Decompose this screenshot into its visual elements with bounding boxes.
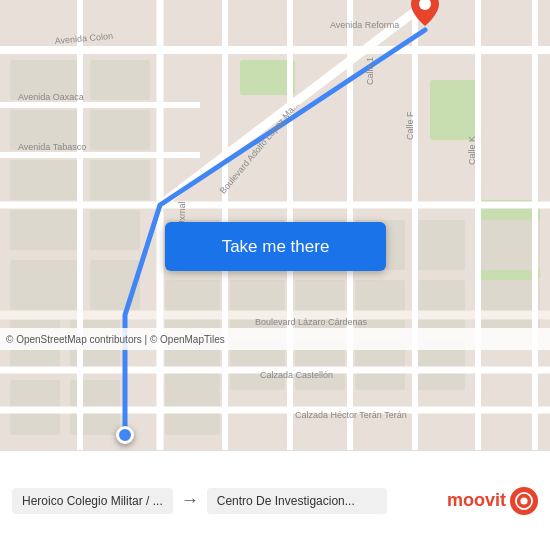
svg-rect-32: [415, 220, 465, 270]
svg-rect-12: [90, 210, 140, 250]
svg-text:Avenida Tabasco: Avenida Tabasco: [18, 142, 86, 152]
svg-rect-33: [415, 280, 465, 330]
svg-point-67: [520, 497, 527, 504]
svg-rect-35: [475, 220, 540, 270]
map-attribution: © OpenStreetMap contributors | © OpenMap…: [0, 328, 550, 350]
map-container: Avenida Colon Avenida Reforma Avenida Oa…: [0, 0, 550, 450]
route-info: Heroico Colegio Militar / ... → Centro D…: [12, 488, 439, 514]
svg-text:Boulevard Lázaro Cárdenas: Boulevard Lázaro Cárdenas: [255, 317, 368, 327]
arrow-icon: →: [173, 490, 207, 511]
svg-rect-2: [430, 80, 480, 140]
origin-marker: [116, 426, 134, 444]
svg-text:Calzada Héctor Terán Terán: Calzada Héctor Terán Terán: [295, 410, 407, 420]
moovit-dot-icon: [510, 487, 538, 515]
attribution-text: © OpenStreetMap contributors | © OpenMap…: [6, 334, 225, 345]
svg-text:Calzada Castellón: Calzada Castellón: [260, 370, 333, 380]
svg-text:Avenida Oaxaca: Avenida Oaxaca: [18, 92, 84, 102]
svg-rect-6: [90, 60, 150, 100]
origin-label: Heroico Colegio Militar / ...: [12, 488, 173, 514]
take-me-there-button[interactable]: Take me there: [165, 222, 386, 271]
svg-text:Calle 1: Calle 1: [365, 57, 375, 85]
app: Avenida Colon Avenida Reforma Avenida Oa…: [0, 0, 550, 550]
bottom-bar: Heroico Colegio Militar / ... → Centro D…: [0, 450, 550, 550]
moovit-logo: moovit: [447, 487, 538, 515]
svg-rect-9: [10, 160, 80, 200]
svg-text:Calle F: Calle F: [405, 111, 415, 140]
destination-marker: [411, 0, 439, 30]
moovit-text: moovit: [447, 490, 506, 511]
svg-rect-10: [90, 160, 150, 200]
svg-rect-11: [10, 210, 80, 250]
svg-rect-1: [240, 60, 295, 95]
svg-rect-36: [475, 280, 540, 330]
svg-rect-20: [165, 280, 220, 330]
svg-text:Avenida Reforma: Avenida Reforma: [330, 20, 399, 30]
svg-rect-8: [90, 110, 150, 150]
svg-rect-13: [10, 260, 80, 310]
destination-label: Centro De Investigacion...: [207, 488, 387, 514]
svg-text:Calle K: Calle K: [467, 136, 477, 165]
